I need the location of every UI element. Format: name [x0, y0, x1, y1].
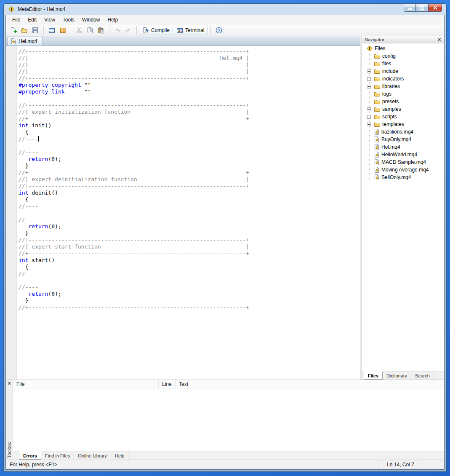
code-editor[interactable]: //+-------------------------------------… [6, 46, 360, 380]
tree-folder-include[interactable]: include [362, 67, 444, 75]
save-button[interactable] [30, 26, 40, 35]
help-button[interactable]: ? [214, 26, 224, 35]
toolbox-tab-online-library[interactable]: Online Library [74, 452, 111, 460]
code-line-1[interactable]: //+-------------------------------------… [19, 48, 360, 55]
code-line-35[interactable] [19, 277, 360, 284]
cut-button[interactable] [74, 26, 84, 35]
tree-file-helloworld-mq4[interactable]: HelloWorld.mq4 [362, 151, 444, 158]
toolbox-close-icon[interactable]: ✕ [7, 381, 12, 386]
code-line-12[interactable]: int init() [19, 122, 360, 129]
plus-box-icon[interactable] [367, 123, 371, 126]
navigator-tab-files[interactable]: Files [364, 372, 383, 380]
plus-box-icon[interactable] [367, 115, 371, 119]
redo-button[interactable] [123, 26, 133, 35]
code-line-18[interactable]: } [19, 163, 360, 169]
code-line-14[interactable]: //---- [19, 136, 360, 142]
code-line-36[interactable]: //---- [19, 284, 360, 291]
code-line-17[interactable]: return(0); [19, 156, 360, 163]
code-line-25[interactable] [19, 210, 360, 217]
code-line-10[interactable]: //| expert initialization function | [19, 109, 360, 115]
terminal-button[interactable]: Terminal [174, 26, 208, 35]
code-line-31[interactable]: //+-------------------------------------… [19, 250, 360, 257]
menu-edit[interactable]: Edit [24, 16, 40, 24]
code-line-11[interactable]: //+-------------------------------------… [19, 115, 360, 122]
navigator-tab-search[interactable]: Search [411, 372, 434, 380]
tree-item-files-root[interactable]: Files [362, 45, 444, 52]
tree-file-baziilions-mq4[interactable]: baziilions.mq4 [362, 128, 444, 136]
menu-file[interactable]: File [8, 16, 24, 24]
toolbox-results-area[interactable] [13, 388, 444, 452]
code-line-29[interactable]: //+-------------------------------------… [19, 237, 360, 243]
navigator-tab-dictionary[interactable]: Dictionary [383, 372, 411, 380]
tree-file-buyonly-mq4[interactable]: BuyOnly.mq4 [362, 136, 444, 143]
minimize-button[interactable] [404, 4, 416, 12]
plus-box-icon[interactable] [367, 77, 371, 81]
code-line-26[interactable]: //---- [19, 217, 360, 223]
code-line-34[interactable]: //---- [19, 270, 360, 277]
code-line-28[interactable]: } [19, 230, 360, 237]
menu-window[interactable]: Window [78, 16, 104, 24]
toolbox-tab-errors[interactable]: Errors [19, 452, 41, 460]
tree-file-sellonly-mq4[interactable]: SellOnly.mq4 [362, 174, 444, 181]
menu-help[interactable]: Help [104, 16, 122, 24]
code-line-23[interactable]: { [19, 196, 360, 203]
tree-folder-files[interactable]: files [362, 60, 444, 67]
compile-button[interactable]: Compile [140, 26, 173, 35]
code-line-38[interactable]: } [19, 297, 360, 304]
code-line-6[interactable]: #property copyright "" [19, 82, 360, 88]
toolbox-tab-help[interactable]: Help [111, 452, 129, 460]
close-button[interactable] [428, 4, 442, 12]
code-line-20[interactable]: //| expert deinitialization function | [19, 176, 360, 183]
code-line-22[interactable]: int deinit() [19, 190, 360, 196]
code-line-8[interactable] [19, 95, 360, 102]
navigator-close-icon[interactable]: ✕ [437, 37, 442, 43]
menu-tools[interactable]: Tools [59, 16, 78, 24]
tree-folder-logs[interactable]: logs [362, 90, 444, 98]
code-line-33[interactable]: { [19, 264, 360, 270]
code-line-16[interactable]: //---- [19, 149, 360, 156]
code-line-27[interactable]: return(0); [19, 223, 360, 230]
code-line-5[interactable]: //+-------------------------------------… [19, 75, 360, 82]
code-line-13[interactable]: { [19, 129, 360, 136]
tree-folder-config[interactable]: config [362, 52, 444, 60]
code-line-15[interactable] [19, 142, 360, 149]
tree-folder-scripts[interactable]: scripts [362, 113, 444, 120]
tree-file-macd-sample-mq4[interactable]: MACD Sample.mq4 [362, 158, 444, 166]
new-file-button[interactable] [8, 26, 19, 35]
code-area[interactable]: //+-------------------------------------… [17, 46, 360, 380]
toolbox-column-text[interactable]: Text [176, 380, 444, 388]
toolbox-tab-find-in-files[interactable]: Find in Files [41, 452, 74, 460]
tree-folder-indicators[interactable]: indicators [362, 75, 444, 83]
restore-button[interactable] [416, 4, 428, 12]
code-line-32[interactable]: int start() [19, 257, 360, 264]
code-line-24[interactable]: //---- [19, 203, 360, 210]
toolbox-column-line[interactable]: Line [159, 380, 176, 388]
tree-file-hel-mq4[interactable]: Hel.mq4 [362, 143, 444, 151]
tree-folder-libraries[interactable]: libraries [362, 83, 444, 90]
toggle-navigator-button[interactable] [58, 26, 68, 35]
title-bar[interactable]: MetaEditor - Hel.mq4 [4, 4, 446, 15]
undo-button[interactable] [112, 26, 122, 35]
toggle-toolbox-button[interactable] [47, 26, 57, 35]
code-line-39[interactable]: //+-------------------------------------… [19, 304, 360, 311]
tree-folder-samples[interactable]: samples [362, 105, 444, 113]
code-line-4[interactable]: //| | [19, 68, 360, 75]
tree-folder-templates[interactable]: templates [362, 120, 444, 128]
code-line-9[interactable]: //+-------------------------------------… [19, 102, 360, 109]
code-line-30[interactable]: //| expert start function | [19, 243, 360, 250]
code-line-21[interactable]: //+-------------------------------------… [19, 183, 360, 190]
tree-file-moving-average-mq4[interactable]: Moving Average.mq4 [362, 166, 444, 174]
plus-box-icon[interactable] [367, 85, 371, 88]
navigator-header[interactable]: Navigator ✕ [362, 36, 444, 43]
open-file-button[interactable] [19, 26, 29, 35]
copy-button[interactable] [85, 26, 95, 35]
plus-box-icon[interactable] [367, 107, 371, 111]
tree-folder-presets[interactable]: presets [362, 98, 444, 105]
code-line-7[interactable]: #property link "" [19, 88, 360, 95]
code-line-19[interactable]: //+-------------------------------------… [19, 169, 360, 176]
plus-box-icon[interactable] [367, 70, 371, 73]
code-line-2[interactable]: //| Hel.mq4 | [19, 55, 360, 62]
toolbox-column-file[interactable]: File [13, 380, 159, 388]
code-line-3[interactable]: //| | [19, 62, 360, 68]
menu-view[interactable]: View [40, 16, 59, 24]
